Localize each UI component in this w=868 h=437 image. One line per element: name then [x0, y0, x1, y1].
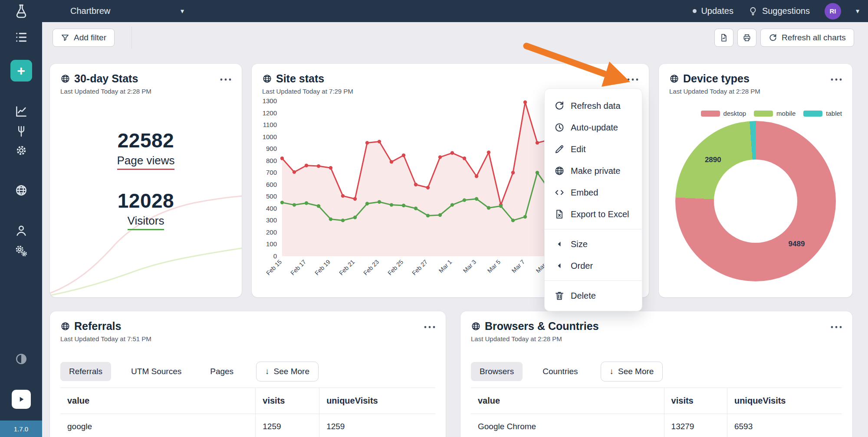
topbar-right: Updates Suggestions RI ▾: [693, 0, 859, 22]
menu-item-order[interactable]: Order: [545, 255, 642, 277]
svg-text:Feb 17: Feb 17: [289, 258, 307, 277]
device-types-menu-button[interactable]: [829, 72, 844, 85]
print-button[interactable]: [737, 29, 756, 47]
updates-dot-icon: [693, 9, 697, 13]
export-report-button[interactable]: [714, 29, 733, 47]
suggestions-button[interactable]: Suggestions: [748, 6, 810, 16]
browsers-table: valuevisitsuniqueVisitsGoogle Chrome1327…: [471, 388, 842, 437]
legend-label: desktop: [723, 110, 746, 117]
legend-label: mobile: [776, 110, 796, 117]
team-settings-icon[interactable]: [15, 245, 28, 258]
card-title-row: Site stats: [262, 72, 353, 85]
ellipsis-icon: [831, 326, 842, 329]
menu-divider: [545, 280, 642, 281]
theme-toggle-icon[interactable]: [15, 352, 28, 365]
charts-icon[interactable]: [15, 105, 28, 118]
chevron-left-icon: [554, 261, 565, 271]
tab-browsers[interactable]: Browsers: [471, 362, 523, 381]
svg-text:Feb 15: Feb 15: [265, 258, 283, 277]
browsers-menu-button[interactable]: [829, 320, 844, 333]
svg-text:200: 200: [266, 228, 277, 236]
card-referrals: Referrals Last Updated Today at 7:51 PM …: [50, 311, 446, 437]
table-cell: Google Chrome: [471, 414, 664, 437]
tab-utm-sources[interactable]: UTM Sources: [122, 362, 190, 381]
device-types-donut-chart: 94892890: [675, 121, 836, 281]
updates-button[interactable]: Updates: [693, 6, 733, 16]
last-updated: Last Updated Today at 2:28 PM: [471, 335, 599, 342]
table-header-cell: uniqueVisits: [727, 388, 842, 414]
svg-text:Feb 23: Feb 23: [362, 258, 380, 277]
team-members-icon[interactable]: [15, 224, 28, 237]
arrow-down-icon: ↓: [610, 367, 614, 376]
svg-text:1200: 1200: [263, 109, 277, 117]
browsers-tabs: BrowsersCountries: [471, 362, 587, 381]
chartbrew-logo-icon[interactable]: [13, 3, 29, 19]
avatar[interactable]: RI: [825, 3, 841, 20]
add-filter-button[interactable]: Add filter: [53, 29, 115, 47]
app: Chartbrew ▾ Updates Suggestions RI ▾ +: [0, 0, 868, 437]
tab-referrals[interactable]: Referrals: [60, 362, 111, 381]
menu-item-embed[interactable]: Embed: [545, 182, 642, 203]
menu-item-edit[interactable]: Edit: [545, 138, 642, 160]
menu-item-label: Embed: [571, 188, 598, 198]
last-updated: Last Updated Today at 2:28 PM: [60, 88, 151, 95]
expand-sidebar-button[interactable]: [12, 390, 31, 409]
see-more-label: See More: [618, 367, 654, 376]
donut-hole: [714, 160, 797, 243]
user-menu-chevron-icon[interactable]: ▾: [856, 7, 859, 15]
svg-text:800: 800: [266, 157, 277, 164]
refresh-all-charts-button[interactable]: Refresh all charts: [760, 29, 854, 47]
connections-fork-icon[interactable]: [15, 125, 27, 137]
card-title: Referrals: [74, 320, 121, 333]
globe-icon: [60, 74, 70, 84]
chart-legend: desktopmobiletablet: [701, 110, 842, 117]
referrals-menu-button[interactable]: [422, 320, 437, 333]
filter-icon: [61, 33, 69, 42]
add-chart-button[interactable]: +: [10, 60, 32, 82]
legend-swatch: [803, 111, 822, 117]
card-30-day-stats: 30-day Stats Last Updated Today at 2:28 …: [50, 64, 242, 297]
menu-item-auto-update[interactable]: Auto-update: [545, 117, 642, 138]
menu-item-make-private[interactable]: Make private: [545, 160, 642, 182]
see-more-button[interactable]: ↓ See More: [256, 362, 319, 382]
workspace-dropdown[interactable]: Chartbrew ▾: [70, 0, 184, 22]
stats30-metrics: 22582Page views12028Visitors: [50, 129, 242, 249]
kpi-label: Visitors: [128, 214, 164, 230]
arrow-down-icon: ↓: [265, 367, 270, 376]
referrals-table: valuevisitsuniqueVisitsgoogle12591259: [60, 388, 435, 437]
menu-item-label: Size: [571, 239, 588, 249]
ellipsis-icon: [831, 78, 842, 81]
table-cell: 6593: [727, 414, 842, 437]
last-updated: Last Updated Today at 2:28 PM: [669, 88, 760, 95]
table-header-cell: value: [60, 388, 255, 414]
sidebar: + 1.7.0: [0, 0, 42, 437]
play-icon: [17, 395, 26, 404]
menu-divider: [545, 229, 642, 229]
menu-item-label: Make private: [571, 166, 621, 176]
last-updated: Last Updated Today at 7:51 PM: [60, 335, 151, 342]
menu-item-refresh-data[interactable]: Refresh data: [545, 95, 642, 117]
site-stats-menu-button[interactable]: [625, 72, 640, 85]
menu-item-label: Delete: [571, 291, 596, 301]
tab-pages[interactable]: Pages: [201, 362, 242, 381]
menu-item-export-to-excel[interactable]: Export to Excel: [545, 203, 642, 225]
version-badge: 1.7.0: [0, 421, 42, 437]
table-cell: 13279: [664, 414, 727, 437]
table-cell: 1259: [319, 414, 435, 437]
menu-item-delete[interactable]: Delete: [545, 285, 642, 307]
dashboard-list-icon[interactable]: [14, 30, 28, 44]
legend-entry-mobile: mobile: [754, 110, 796, 117]
card-title-row: Device types: [669, 72, 760, 85]
globe-icon: [554, 166, 565, 176]
stats30-menu-button[interactable]: [218, 72, 233, 85]
refresh-all-label: Refresh all charts: [782, 33, 846, 42]
svg-text:300: 300: [266, 216, 277, 224]
see-more-button[interactable]: ↓ See More: [601, 362, 663, 382]
tab-countries[interactable]: Countries: [534, 362, 586, 381]
svg-text:Mar 5: Mar 5: [486, 258, 502, 274]
globe-icon: [262, 74, 272, 84]
menu-item-size[interactable]: Size: [545, 233, 642, 255]
public-globe-icon[interactable]: [15, 184, 28, 197]
globe-icon: [669, 74, 679, 84]
settings-gear-icon[interactable]: [15, 144, 27, 157]
